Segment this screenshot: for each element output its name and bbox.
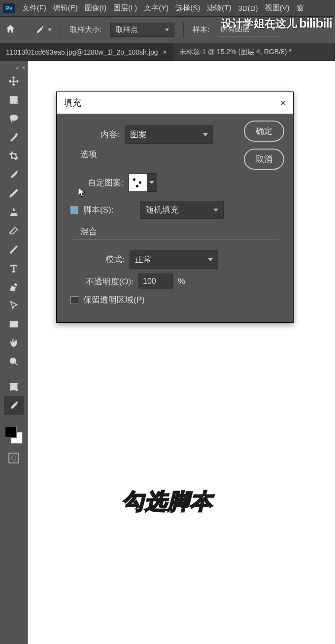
marquee-tool[interactable]: [4, 91, 24, 109]
sample-label: 样本:: [193, 25, 209, 34]
content-value: 图案: [130, 129, 147, 140]
svg-point-8: [10, 390, 11, 391]
opacity-label: 不透明度(O):: [75, 276, 134, 287]
dialog-titlebar[interactable]: 填充 ×: [57, 92, 293, 114]
eyedropper-tool-active[interactable]: [4, 396, 24, 415]
close-icon[interactable]: ×: [280, 97, 286, 109]
eraser-tool[interactable]: [4, 221, 24, 240]
svg-point-2: [10, 252, 12, 254]
panel-collapse[interactable]: ››×: [0, 63, 27, 72]
pattern-picker[interactable]: [129, 173, 157, 192]
separator: [61, 22, 61, 38]
preserve-transparency-checkbox[interactable]: [70, 296, 78, 304]
menu-file[interactable]: 文件(F): [22, 3, 46, 13]
subtitle-caption: 勾选脚本: [0, 487, 335, 516]
bilibili-logo: bilibili: [299, 16, 332, 31]
document-tab[interactable]: 11013f01cd693ea5.jpg@1280w_1l_2o_100sh.j…: [0, 43, 173, 61]
sample-size-value: 取样点: [116, 25, 138, 34]
svg-point-9: [16, 390, 17, 391]
tool-preset-eyedropper[interactable]: [34, 25, 52, 35]
document-tabs: 11013f01cd693ea5.jpg@1280w_1l_2o_100sh.j…: [0, 43, 335, 61]
magic-wand-tool[interactable]: [4, 128, 24, 147]
quick-mask-toggle[interactable]: [8, 453, 19, 463]
fill-dialog: 填充 × 确定 取消 内容: 图案 选项 自定图案:: [56, 92, 294, 323]
rectangle-tool[interactable]: [4, 315, 24, 334]
color-swatches[interactable]: [5, 426, 23, 444]
tool-panel: ››×: [0, 61, 28, 644]
chevron-down-icon: [203, 133, 208, 136]
menu-window[interactable]: 窗: [297, 3, 304, 13]
ok-button[interactable]: 确定: [244, 121, 284, 142]
svg-point-1: [10, 115, 17, 121]
content-label: 内容:: [95, 129, 120, 140]
tab-label: 未标题-1 @ 15.2% (图层 4, RGB/8) *: [179, 48, 292, 57]
svg-point-7: [16, 383, 17, 384]
svg-rect-3: [10, 322, 17, 327]
separator: [183, 22, 184, 38]
script-select[interactable]: 随机填充: [140, 201, 224, 219]
foreground-color[interactable]: [5, 426, 17, 438]
percent-label: %: [178, 276, 185, 286]
preserve-transparency-label: 保留透明区域(P): [83, 294, 145, 306]
app-badge: Ps: [3, 3, 15, 13]
mode-select[interactable]: 正常: [130, 250, 218, 269]
svg-point-4: [10, 358, 15, 364]
content-select[interactable]: 图案: [125, 125, 213, 144]
pattern-dropdown[interactable]: [147, 174, 157, 191]
menu-view[interactable]: 视图(V): [265, 3, 290, 13]
eyedropper-tool[interactable]: [4, 165, 24, 184]
mouse-cursor-icon: [78, 187, 86, 198]
path-selection-tool[interactable]: [4, 296, 24, 315]
menu-3d[interactable]: 3D(D): [238, 4, 258, 12]
menu-image[interactable]: 图像(I): [85, 3, 106, 13]
chevron-down-icon: [208, 258, 213, 261]
blend-section-label: 混合: [80, 226, 284, 237]
clone-stamp-tool[interactable]: [4, 203, 24, 221]
move-tool[interactable]: [4, 72, 24, 91]
gradient-tool[interactable]: [4, 240, 24, 259]
custom-pattern-label: 自定图案:: [80, 177, 124, 188]
menubar: Ps 文件(F) 编辑(E) 图像(I) 图层(L) 文字(Y) 选择(S) 滤…: [0, 0, 335, 17]
document-tab[interactable]: 未标题-1 @ 15.2% (图层 4, RGB/8) *: [173, 43, 335, 61]
opacity-input[interactable]: [138, 274, 173, 289]
hand-tool[interactable]: [4, 334, 24, 352]
blend-section: 模式: 正常 不透明度(O): % 保留透明区域(P): [70, 239, 279, 306]
dialog-title: 填充: [64, 97, 81, 109]
svg-point-6: [10, 383, 11, 384]
pen-tool[interactable]: [4, 277, 24, 296]
menu-filter[interactable]: 滤镜(T): [207, 3, 231, 13]
watermark: 设计学姐在这儿 bilibili: [221, 16, 332, 31]
mode-label: 模式:: [100, 254, 125, 265]
type-tool[interactable]: [4, 259, 24, 277]
chevron-down-icon: [213, 209, 218, 212]
cancel-button[interactable]: 取消: [244, 149, 284, 170]
sample-size-label: 取样大小:: [70, 25, 101, 34]
pattern-swatch: [129, 174, 147, 191]
menu-type[interactable]: 文字(Y): [144, 3, 168, 13]
lasso-tool[interactable]: [4, 109, 24, 128]
tab-label: 11013f01cd693ea5.jpg@1280w_1l_2o_100sh.j…: [6, 48, 158, 56]
svg-rect-5: [10, 384, 17, 390]
edit-toolbar[interactable]: [4, 377, 24, 396]
script-value: 随机填充: [145, 204, 179, 215]
watermark-text: 设计学姐在这儿: [221, 16, 297, 31]
script-checkbox[interactable]: [70, 206, 78, 214]
menu-edit[interactable]: 编辑(E): [53, 3, 78, 13]
options-section: 自定图案: 脚本(S): 随机填充: [70, 162, 279, 219]
brush-tool[interactable]: [4, 184, 24, 203]
script-label: 脚本(S):: [83, 204, 113, 215]
close-icon[interactable]: ×: [163, 48, 167, 56]
mode-value: 正常: [135, 254, 152, 265]
menu-select[interactable]: 选择(S): [175, 3, 200, 13]
menu-layer[interactable]: 图层(L): [113, 3, 137, 13]
separator: [25, 22, 25, 38]
zoom-tool[interactable]: [4, 352, 24, 371]
sample-size-select[interactable]: 取样点: [110, 23, 174, 37]
svg-rect-0: [10, 96, 17, 104]
home-button[interactable]: [5, 24, 16, 36]
crop-tool[interactable]: [4, 147, 24, 165]
